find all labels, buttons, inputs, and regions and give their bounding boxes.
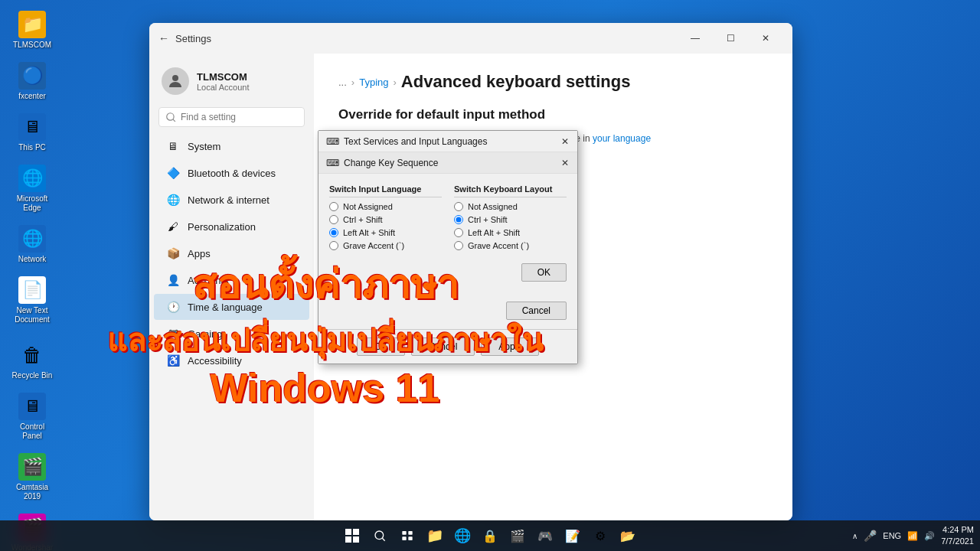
change-key-titlebar: ⌨ Change Key Sequence ✕ (318, 152, 577, 174)
svg-line-8 (382, 538, 384, 540)
text-services-close-button[interactable]: ✕ (557, 134, 573, 149)
taskbar-edge-button[interactable]: 🌐 (450, 523, 475, 548)
desktop-icons-container: 📁 TLMSCOM 🔵 fxcenter 🖥 This PC 🌐 Microso… (8, 8, 57, 551)
taskbar-time-display: 4:24 PM (941, 524, 974, 536)
desktop-icon-control-panel[interactable]: 🖥 Control Panel (8, 390, 57, 444)
radio-ctrl-shift-input: Ctrl + Shift (329, 215, 442, 224)
change-key-close-button[interactable]: ✕ (557, 155, 573, 171)
svg-rect-3 (345, 529, 351, 535)
svg-point-7 (375, 531, 384, 540)
desktop: 📁 TLMSCOM 🔵 fxcenter 🖥 This PC 🌐 Microso… (0, 0, 980, 551)
desktop-icon-new-doc[interactable]: 📄 New Text Document (8, 273, 57, 328)
taskbar-icon-8[interactable]: 🎮 (533, 523, 557, 548)
settings-title: Settings (175, 33, 211, 44)
radio-left-alt-shift-kb-ctrl[interactable] (454, 228, 463, 237)
text-services-titlebar: ⌨ Text Services and Input Languages ✕ (318, 131, 577, 152)
settings-window: ← Settings — ☐ ✕ TLMSCOM Local Account (149, 23, 792, 520)
taskbar-mic-icon[interactable]: 🎤 (864, 530, 877, 542)
svg-rect-5 (345, 536, 351, 543)
taskbar: 📁 🌐 🔒 🎬 🎮 📝 ⚙ 📂 (0, 520, 980, 551)
desktop-icon-network[interactable]: 🌐 Network (8, 222, 57, 267)
svg-rect-6 (353, 536, 359, 543)
taskbar-center: 📁 🌐 🔒 🎬 🎮 📝 ⚙ 📂 (340, 523, 640, 548)
taskbar-clock[interactable]: 4:24 PM 7/7/2021 (941, 524, 974, 548)
outer-dialog-buttons: OK Cancel Apply (318, 329, 577, 364)
radio-ctrl-shift-input-ctrl[interactable] (329, 215, 338, 224)
inner-ok-button[interactable]: OK (521, 263, 567, 282)
svg-rect-9 (402, 531, 406, 535)
radio-left-alt-shift-input-ctrl[interactable] (329, 228, 338, 237)
taskbar-icon-10[interactable]: ⚙ (588, 523, 612, 548)
radio-not-assigned-kb: Not Assigned (454, 202, 567, 211)
back-icon[interactable]: ← (158, 32, 169, 44)
svg-rect-10 (408, 531, 412, 535)
radio-grave-input-ctrl[interactable] (329, 241, 338, 250)
taskbar-start-button[interactable] (340, 523, 364, 548)
close-button[interactable]: ✕ (748, 26, 783, 51)
switch-keyboard-label: Switch Keyboard Layout (454, 184, 567, 197)
outer-apply-button[interactable]: Apply (481, 337, 539, 356)
change-key-title: Change Key Sequence (344, 158, 438, 168)
taskbar-icon-9[interactable]: 📝 (560, 523, 585, 548)
taskbar-explorer-button[interactable]: 📁 (423, 523, 447, 548)
desktop-icon-tlmscom[interactable]: 📁 TLMSCOM (8, 8, 57, 53)
radio-grave-kb: Grave Accent (`) (454, 241, 567, 250)
outer-ok-button[interactable]: OK (357, 337, 405, 356)
radio-left-alt-shift-input: Left Alt + Shift (329, 228, 442, 237)
taskbar-search-button[interactable] (368, 523, 392, 548)
change-key-cancel-button[interactable]: Cancel (506, 302, 567, 320)
radio-grave-input: Grave Accent (`) (329, 241, 442, 250)
switch-input-label: Switch Input Language (329, 184, 442, 197)
volume-tray-icon[interactable]: 🔊 (924, 531, 935, 541)
radio-not-assigned-input: Not Assigned (329, 202, 442, 211)
desktop-icon-edge[interactable]: 🌐 Microsoft Edge (8, 161, 57, 216)
taskbar-right: ∧ 🎤 ENG 📶 🔊 4:24 PM 7/7/2021 (852, 524, 980, 548)
dialog-text-services: ⌨ Text Services and Input Languages ✕ ⌨ … (318, 130, 578, 364)
taskbar-icon-7[interactable]: 🎬 (505, 523, 530, 548)
desktop-icon-fxcenter[interactable]: 🔵 fxcenter (8, 59, 57, 104)
taskbar-icon-6[interactable]: 🔒 (478, 523, 502, 548)
maximize-button[interactable]: ☐ (713, 26, 748, 51)
taskbar-date-display: 7/7/2021 (941, 536, 974, 547)
desktop-icon-recycle[interactable]: 🗑 Recycle Bin (8, 338, 57, 383)
network-tray-icon[interactable]: 📶 (907, 531, 918, 541)
radio-ctrl-shift-kb-ctrl[interactable] (454, 215, 463, 224)
taskbar-taskview-button[interactable] (395, 523, 420, 548)
desktop-icon-this-pc[interactable]: 🖥 This PC (8, 110, 57, 155)
radio-grave-kb-ctrl[interactable] (454, 241, 463, 250)
dialog-overlay: ⌨ Text Services and Input Languages ✕ ⌨ … (149, 54, 792, 520)
text-services-icon: ⌨ (326, 136, 339, 147)
window-titlebar: ← Settings — ☐ ✕ (149, 23, 792, 54)
dialog-change-key: ⌨ Change Key Sequence ✕ Switch Input Lan… (318, 152, 577, 329)
radio-left-alt-shift-kb: Left Alt + Shift (454, 228, 567, 237)
radio-ctrl-shift-kb: Ctrl + Shift (454, 215, 567, 224)
svg-rect-4 (353, 529, 359, 535)
outer-cancel-button[interactable]: Cancel (411, 337, 475, 356)
change-key-icon: ⌨ (326, 158, 339, 168)
desktop-icon-camtasia[interactable]: 🎬 Camtasia 2019 (8, 450, 57, 504)
svg-rect-12 (408, 536, 412, 540)
text-services-title: Text Services and Input Languages (344, 136, 487, 147)
radio-not-assigned-input-ctrl[interactable] (329, 202, 338, 211)
svg-rect-11 (402, 536, 406, 540)
minimize-button[interactable]: — (678, 26, 713, 51)
taskbar-chevron-icon[interactable]: ∧ (852, 532, 858, 540)
taskbar-icon-11[interactable]: 📂 (616, 523, 640, 548)
taskbar-lang-label[interactable]: ENG (883, 531, 901, 540)
radio-not-assigned-kb-ctrl[interactable] (454, 202, 463, 211)
